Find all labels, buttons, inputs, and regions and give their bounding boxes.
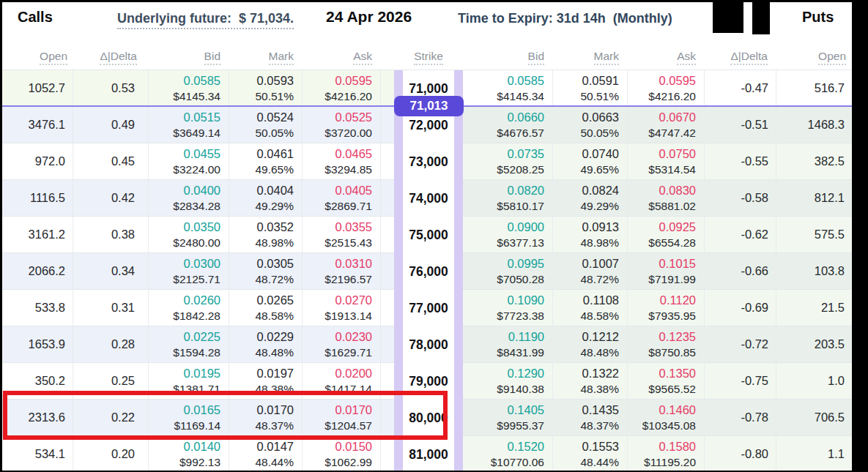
put-bid-cell[interactable]: 0.1290 $9140.38 — [467, 363, 553, 400]
put-ask-cell[interactable]: 0.1350 $9565.52 — [628, 363, 705, 400]
put-bid-cell[interactable]: 0.0735 $5208.25 — [467, 143, 553, 180]
col-header-calls-bid[interactable]: Bid — [149, 50, 229, 65]
call-ask-cell[interactable]: 0.0170 $1204.57 — [303, 400, 381, 436]
call-bid-cell[interactable]: 0.0585 $4145.34 — [149, 70, 229, 107]
col-header-puts-bid[interactable]: Bid — [467, 50, 553, 65]
strike-cell[interactable]: 77,000 — [394, 290, 463, 326]
put-delta-cell: -0.62 — [705, 217, 776, 253]
call-bid-cell[interactable]: 0.0140 $992.13 — [149, 436, 229, 471]
call-bid-cell[interactable]: 0.0515 $3649.14 — [149, 107, 229, 143]
col-header-calls-delta[interactable]: Δ|Delta — [73, 50, 149, 65]
call-bid-cell[interactable]: 0.0455 $3224.00 — [149, 143, 229, 180]
put-mark-cell[interactable]: 0.1212 48.48% — [553, 326, 628, 363]
put-ask-cell[interactable]: 0.1015 $7191.99 — [628, 253, 705, 290]
put-bid-cell[interactable]: 0.1405 $9955.37 — [467, 400, 553, 436]
col-header-calls-mark[interactable]: Mark — [229, 50, 303, 65]
col-header-puts-open[interactable]: Open — [776, 50, 852, 65]
call-mark-cell[interactable]: 0.0229 48.48% — [229, 326, 303, 363]
put-mark-cell[interactable]: 0.1435 48.37% — [553, 400, 628, 436]
call-bid-cell[interactable]: 0.0350 $2480.00 — [149, 217, 229, 253]
call-mark-cell[interactable]: 0.0197 48.38% — [229, 363, 303, 400]
put-mark-cell[interactable]: 0.0663 50.05% — [553, 107, 628, 143]
col-header-puts-delta[interactable]: Δ|Delta — [705, 50, 776, 65]
strike-cell[interactable]: 81,000 — [394, 436, 463, 471]
strike-cell[interactable]: 75,000 — [394, 217, 463, 253]
call-ask-cell[interactable]: 0.0230 $1629.71 — [303, 326, 381, 363]
call-mark-cell[interactable]: 0.0593 50.51% — [229, 70, 303, 107]
strike-cell[interactable]: 76,000 — [394, 253, 463, 290]
put-mark-cell[interactable]: 0.0591 50.51% — [553, 70, 628, 107]
redacted-icon[interactable] — [713, 2, 743, 33]
call-delta-cell: 0.22 — [73, 400, 149, 436]
call-mark-cell[interactable]: 0.0524 50.05% — [229, 107, 303, 143]
put-bid-cell[interactable]: 0.1520 $10770.06 — [467, 436, 553, 471]
put-ask-cell[interactable]: 0.1235 $8750.85 — [628, 326, 705, 363]
put-bid-cell[interactable]: 0.0585 $4145.34 — [467, 70, 553, 107]
strike-cell[interactable]: 74,000 — [394, 180, 463, 217]
put-mark-cell[interactable]: 0.1322 48.38% — [553, 363, 628, 400]
strike-cell[interactable]: 79,000 — [394, 363, 463, 400]
put-open-interest-cell: 516.7 — [776, 70, 852, 107]
strike-cell[interactable]: 80,000 — [394, 400, 463, 436]
put-mark-cell[interactable]: 0.0824 49.29% — [553, 180, 628, 217]
call-bid-cell[interactable]: 0.0225 $1594.28 — [149, 326, 229, 363]
call-mark-cell[interactable]: 0.0170 48.37% — [229, 400, 303, 436]
put-bid-cell[interactable]: 0.0660 $4676.57 — [467, 107, 553, 143]
put-ask-cell[interactable]: 0.0925 $6554.28 — [628, 217, 705, 253]
put-mark-cell[interactable]: 0.0740 49.65% — [553, 143, 628, 180]
call-ask-cell[interactable]: 0.0405 $2869.71 — [303, 180, 381, 217]
call-bid-cell[interactable]: 0.0165 $1169.14 — [149, 400, 229, 436]
put-mark-cell[interactable]: 0.1007 48.72% — [553, 253, 628, 290]
redacted-icon[interactable] — [752, 2, 770, 34]
call-mark-cell[interactable]: 0.0461 49.65% — [229, 143, 303, 180]
put-bid-cell[interactable]: 0.0995 $7050.28 — [467, 253, 553, 290]
call-ask-cell[interactable]: 0.0525 $3720.00 — [303, 107, 381, 143]
put-ask-cell[interactable]: 0.0670 $4747.42 — [628, 107, 705, 143]
put-ask-cell[interactable]: 0.1580 $11195.20 — [628, 436, 705, 471]
time-to-expiry: Time to Expiry: 31d 14h(Monthly) — [458, 11, 672, 26]
call-ask-cell[interactable]: 0.0465 $3294.85 — [303, 143, 381, 180]
call-bid-cell[interactable]: 0.0195 $1381.71 — [149, 363, 229, 400]
call-mark-cell[interactable]: 0.0352 48.98% — [229, 217, 303, 253]
put-ask-cell[interactable]: 0.0595 $4216.20 — [628, 70, 705, 107]
put-ask-cell[interactable]: 0.0750 $5314.54 — [628, 143, 705, 180]
call-ask-cell[interactable]: 0.0200 $1417.14 — [303, 363, 381, 400]
put-mark-cell[interactable]: 0.1553 48.44% — [553, 436, 628, 471]
strike-cell[interactable]: 73,000 — [394, 143, 463, 180]
col-header-calls-ask[interactable]: Ask — [303, 50, 381, 65]
call-ask-cell[interactable]: 0.0595 $4216.20 — [303, 70, 381, 107]
underlying-future-value: $ 71,034. — [239, 11, 294, 26]
call-bid-cell[interactable]: 0.0300 $2125.71 — [149, 253, 229, 290]
put-ask-cell[interactable]: 0.1120 $7935.95 — [628, 290, 705, 326]
call-delta-cell: 0.20 — [73, 436, 149, 471]
put-bid-cell[interactable]: 0.1190 $8431.99 — [467, 326, 553, 363]
col-header-puts-mark[interactable]: Mark — [553, 50, 628, 65]
call-open-interest-cell: 534.1 — [2, 436, 73, 471]
put-ask-cell[interactable]: 0.1460 $10345.08 — [628, 400, 705, 436]
call-bid-cell[interactable]: 0.0260 $1842.28 — [149, 290, 229, 326]
col-header-puts-ask[interactable]: Ask — [628, 50, 705, 65]
puts-section-title: Puts — [802, 9, 834, 26]
put-bid-cell[interactable]: 0.1090 $7723.38 — [467, 290, 553, 326]
call-mark-cell[interactable]: 0.0305 48.72% — [229, 253, 303, 290]
strike-cell[interactable]: 78,000 — [394, 326, 463, 363]
col-header-calls-open[interactable]: Open — [2, 50, 73, 65]
options-table: 1052.7 0.53 0.0585 $4145.34 0.0593 50.51… — [2, 70, 852, 471]
call-mark-cell[interactable]: 0.0147 48.44% — [229, 436, 303, 471]
call-mark-cell[interactable]: 0.0265 48.58% — [229, 290, 303, 326]
put-bid-cell[interactable]: 0.0900 $6377.13 — [467, 217, 553, 253]
call-ask-cell[interactable]: 0.0150 $1062.99 — [303, 436, 381, 471]
put-open-interest-cell: 103.8 — [776, 253, 852, 290]
put-open-interest-cell: 1.1 — [776, 436, 852, 471]
put-ask-cell[interactable]: 0.0830 $5881.02 — [628, 180, 705, 217]
call-bid-cell[interactable]: 0.0400 $2834.28 — [149, 180, 229, 217]
underlying-future-link[interactable]: Underlying future: $ 71,034. — [117, 11, 294, 29]
call-ask-cell[interactable]: 0.0310 $2196.57 — [303, 253, 381, 290]
call-ask-cell[interactable]: 0.0270 $1913.14 — [303, 290, 381, 326]
put-bid-cell[interactable]: 0.0820 $5810.17 — [467, 180, 553, 217]
put-mark-cell[interactable]: 0.0913 48.98% — [553, 217, 628, 253]
put-mark-cell[interactable]: 0.1108 48.58% — [553, 290, 628, 326]
call-mark-cell[interactable]: 0.0404 49.29% — [229, 180, 303, 217]
call-ask-cell[interactable]: 0.0355 $2515.43 — [303, 217, 381, 253]
col-header-strike[interactable]: Strike — [394, 50, 463, 65]
